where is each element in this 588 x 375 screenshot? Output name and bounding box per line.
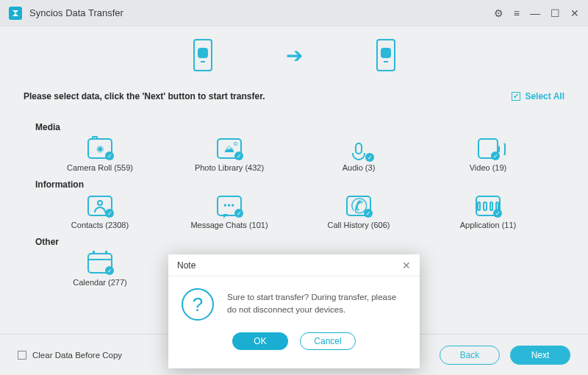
apps-icon: ✓	[476, 196, 501, 216]
item-photo-library[interactable]: ✓ Photo Library (432)	[165, 138, 294, 172]
question-icon: ?	[182, 288, 214, 321]
item-label: Calendar (277)	[73, 278, 126, 287]
item-label: Call History (606)	[328, 221, 390, 229]
item-call-history[interactable]: ✓ Call History (606)	[294, 196, 423, 229]
section-title-media: Media	[35, 122, 553, 132]
item-calendar[interactable]: ✓ Calendar (277)	[35, 253, 165, 287]
item-label: Application (11)	[460, 221, 516, 229]
back-button[interactable]: Back	[440, 346, 500, 365]
settings-icon[interactable]: ⚙	[494, 8, 503, 18]
instruction-text: Please select data, click the 'Next' but…	[24, 91, 265, 101]
video-icon: ✓	[478, 138, 498, 159]
minimize-button[interactable]: —	[530, 8, 540, 18]
app-title: Syncios Data Transfer	[29, 7, 123, 18]
item-label: Audio (3)	[343, 163, 376, 172]
item-camera-roll[interactable]: ✓ Camera Roll (559)	[35, 138, 165, 172]
dialog-cancel-button[interactable]: Cancel	[300, 332, 356, 350]
item-label: Contacts (2308)	[71, 221, 129, 229]
section-title-other: Other	[35, 237, 553, 247]
item-label: Camera Roll (559)	[67, 163, 133, 172]
checkbox-icon	[512, 92, 520, 101]
select-all-label: Select All	[525, 91, 564, 101]
calendar-icon: ✓	[87, 253, 112, 274]
menu-icon[interactable]: ≡	[514, 8, 520, 18]
dialog-message: Sure to start transfer? During transfer,…	[227, 288, 406, 321]
dialog-close-button[interactable]: ✕	[402, 260, 411, 271]
item-label: Photo Library (432)	[195, 163, 264, 172]
app-logo-icon	[9, 7, 22, 20]
clear-data-label: Clear Data Before Copy	[32, 351, 122, 360]
contacts-icon: ✓	[87, 196, 112, 216]
item-video[interactable]: ✓ Video (19)	[423, 138, 553, 172]
photo-icon: ✓	[217, 138, 242, 159]
next-button[interactable]: Next	[510, 346, 570, 365]
title-bar: Syncios Data Transfer ⚙ ≡ — ☐ ✕	[0, 0, 588, 26]
clear-data-checkbox[interactable]: Clear Data Before Copy	[18, 351, 122, 360]
close-button[interactable]: ✕	[570, 8, 579, 18]
item-label: Video (19)	[470, 163, 507, 172]
arrow-right-icon: ➔	[286, 43, 303, 68]
camera-icon: ✓	[87, 138, 112, 159]
section-title-information: Information	[35, 179, 553, 190]
item-application[interactable]: ✓ Application (11)	[423, 196, 553, 229]
maximize-button[interactable]: ☐	[551, 8, 560, 18]
device-panel: ➔	[0, 26, 588, 84]
confirm-dialog: Note ✕ ? Sure to start transfer? During …	[168, 254, 420, 368]
message-icon: ✓	[217, 196, 242, 216]
audio-icon: ✓	[346, 138, 371, 159]
source-phone-icon	[193, 39, 212, 71]
dialog-ok-button[interactable]: OK	[232, 332, 288, 350]
item-message-chats[interactable]: ✓ Message Chats (101)	[165, 196, 294, 229]
target-phone-icon	[376, 39, 395, 71]
item-label: Message Chats (101)	[190, 221, 268, 229]
phone-icon: ✓	[346, 196, 371, 216]
checkbox-icon	[18, 351, 26, 360]
item-contacts[interactable]: ✓ Contacts (2308)	[35, 196, 165, 229]
select-all-checkbox[interactable]: Select All	[512, 91, 564, 101]
dialog-title: Note	[177, 260, 196, 271]
item-audio[interactable]: ✓ Audio (3)	[294, 138, 423, 172]
